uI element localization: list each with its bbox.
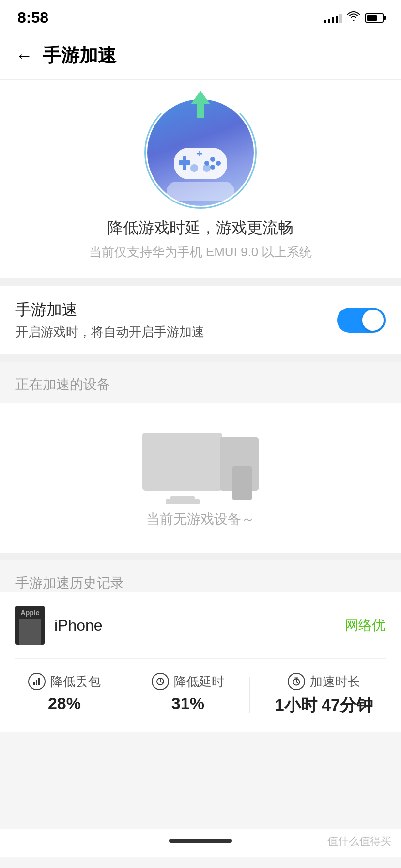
clock-icon bbox=[152, 673, 169, 690]
device-name: iPhone bbox=[54, 617, 103, 635]
history-left: Apple iPhone bbox=[15, 606, 103, 645]
hero-section: + 降低游戏时延，游戏更流畅 当前仅支持华为手机 EMUI 9.0 以上系统 bbox=[0, 80, 401, 278]
timer-icon bbox=[288, 673, 305, 690]
hero-icon: + bbox=[147, 99, 254, 206]
stat-label-1: 降低丢包 bbox=[50, 673, 101, 690]
stat-value-1: 28% bbox=[48, 694, 81, 713]
home-indicator bbox=[169, 839, 232, 843]
stat-icon-row-1: 降低丢包 bbox=[28, 673, 101, 690]
battery-icon bbox=[365, 13, 384, 23]
stat-latency: 降低延时 31% bbox=[152, 673, 224, 716]
stat-icon-row-3: 加速时长 bbox=[288, 673, 360, 690]
stat-value-2: 31% bbox=[171, 694, 204, 713]
stat-duration: 加速时长 1小时 47分钟 bbox=[275, 673, 373, 716]
hero-main-text: 降低游戏时延，游戏更流畅 bbox=[108, 217, 293, 239]
divider-2 bbox=[0, 354, 401, 362]
phone-mini-icon bbox=[232, 466, 252, 500]
network-status-badge: 网络优 bbox=[345, 616, 386, 635]
toggle-knob bbox=[362, 310, 384, 331]
stat-value-3: 1小时 47分钟 bbox=[275, 694, 373, 716]
hero-cloud bbox=[167, 182, 234, 201]
status-icons bbox=[324, 11, 384, 25]
arrow-up-icon bbox=[186, 90, 215, 119]
toggle-title: 手游加速 bbox=[15, 299, 204, 321]
devices-illustration bbox=[142, 423, 259, 500]
toggle-label: 手游加速 开启游戏时，将自动开启手游加速 bbox=[15, 299, 204, 341]
device-thumb-brand: Apple bbox=[21, 609, 40, 617]
signal-icon bbox=[324, 13, 342, 23]
page-title: 手游加速 bbox=[43, 43, 116, 68]
stat-vertical-divider-1 bbox=[126, 677, 126, 713]
stat-vertical-divider-2 bbox=[249, 677, 250, 713]
svg-rect-12 bbox=[36, 680, 37, 685]
status-bar: 8:58 bbox=[0, 0, 401, 31]
history-section-title: 手游加速历史记录 bbox=[0, 560, 401, 592]
empty-state: 当前无游戏设备～ bbox=[0, 403, 401, 553]
toggle-switch[interactable] bbox=[337, 308, 386, 333]
svg-rect-11 bbox=[33, 682, 35, 685]
bar-chart-icon bbox=[28, 673, 46, 690]
stat-packet-loss: 降低丢包 28% bbox=[28, 673, 101, 716]
status-time: 8:58 bbox=[17, 9, 48, 27]
toggle-row: 手游加速 开启游戏时，将自动开启手游加速 bbox=[15, 286, 386, 354]
bottom-space bbox=[0, 732, 401, 829]
watermark: 值什么值得买 bbox=[327, 834, 391, 849]
empty-text: 当前无游戏设备～ bbox=[146, 510, 255, 528]
back-button[interactable]: ← bbox=[15, 46, 33, 66]
stat-label-3: 加速时长 bbox=[310, 673, 360, 690]
monitor-icon bbox=[142, 433, 222, 491]
device-thumbnail: Apple bbox=[15, 606, 45, 645]
hero-sub-text: 当前仅支持华为手机 EMUI 9.0 以上系统 bbox=[89, 244, 312, 261]
stat-icon-row-2: 降低延时 bbox=[152, 673, 224, 690]
svg-line-16 bbox=[160, 682, 162, 682]
hero-circle: + bbox=[147, 99, 254, 206]
accelerating-section-title: 正在加速的设备 bbox=[0, 362, 401, 403]
divider-1 bbox=[0, 278, 401, 286]
device-thumb-screen bbox=[19, 619, 41, 645]
history-item[interactable]: Apple iPhone 网络优 bbox=[0, 592, 401, 658]
divider-3 bbox=[0, 553, 401, 560]
svg-marker-0 bbox=[191, 91, 210, 118]
svg-rect-13 bbox=[38, 678, 40, 685]
toggle-desc: 开启游戏时，将自动开启手游加速 bbox=[15, 324, 204, 341]
history-stats: 降低丢包 28% 降低延时 31% bbox=[0, 659, 401, 732]
wifi-icon bbox=[347, 11, 360, 25]
toggle-section: 手游加速 开启游戏时，将自动开启手游加速 bbox=[0, 286, 401, 354]
stat-label-2: 降低延时 bbox=[174, 673, 224, 690]
header: ← 手游加速 bbox=[0, 31, 401, 80]
